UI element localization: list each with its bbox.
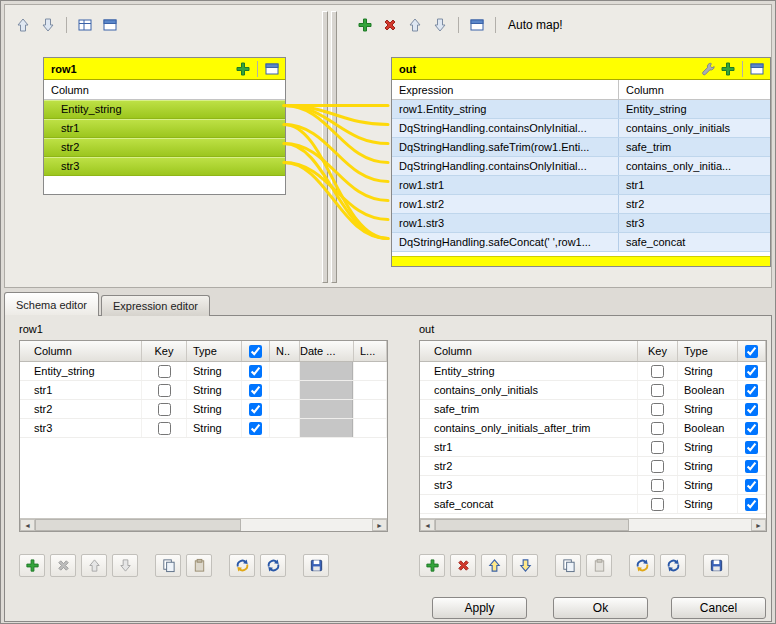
out-hscrollbar[interactable] xyxy=(392,256,770,266)
remove-column-button[interactable] xyxy=(450,554,476,577)
remove-column-button[interactable] xyxy=(50,554,76,577)
header-nullable-checkbox[interactable] xyxy=(738,341,766,361)
nullable-checkbox[interactable] xyxy=(249,422,262,435)
right-schema-hscrollbar[interactable]: ◄ ► xyxy=(420,518,766,531)
nullable-cell[interactable] xyxy=(738,495,766,513)
settings-wrench-icon[interactable] xyxy=(699,60,717,78)
header-length[interactable]: L... xyxy=(354,341,387,361)
out-row[interactable]: row1.str2 str2 xyxy=(392,195,770,214)
nullable-checkbox[interactable] xyxy=(745,384,758,397)
add-column-button[interactable] xyxy=(19,554,45,577)
select-all-checkbox[interactable] xyxy=(745,345,758,358)
header-nullable-abbrev[interactable]: N.. xyxy=(270,341,300,361)
out-title-bar[interactable]: out xyxy=(392,58,770,80)
header-key[interactable]: Key xyxy=(638,341,678,361)
row1-column-str2[interactable]: str2 xyxy=(44,138,285,157)
schema-row[interactable]: str3 String xyxy=(20,419,387,438)
nullable-cell[interactable] xyxy=(242,381,270,399)
schema-row[interactable]: str2 String xyxy=(20,400,387,419)
expression-cell[interactable]: row1.str2 xyxy=(392,195,619,213)
key-cell[interactable] xyxy=(638,495,678,513)
nullable-checkbox[interactable] xyxy=(249,403,262,416)
column-name-cell[interactable]: safe_trim xyxy=(420,400,638,418)
key-checkbox[interactable] xyxy=(158,403,171,416)
schema-row[interactable]: str2 String xyxy=(420,457,766,476)
scroll-right-arrow[interactable]: ► xyxy=(372,519,387,531)
ok-button[interactable]: Ok xyxy=(553,597,648,619)
key-checkbox[interactable] xyxy=(651,365,664,378)
type-cell[interactable]: String xyxy=(678,438,738,456)
type-cell[interactable]: String xyxy=(187,362,242,380)
column-cell[interactable]: contains_only_initia... xyxy=(619,157,770,175)
type-cell[interactable]: String xyxy=(678,495,738,513)
schema-row[interactable]: str3 String xyxy=(420,476,766,495)
type-cell[interactable]: String xyxy=(187,419,242,437)
nullable-cell[interactable] xyxy=(242,400,270,418)
save-schema-button[interactable] xyxy=(703,554,729,577)
column-name-cell[interactable]: str3 xyxy=(420,476,638,494)
key-checkbox[interactable] xyxy=(158,365,171,378)
key-checkbox[interactable] xyxy=(158,422,171,435)
move-down-icon[interactable] xyxy=(38,15,58,35)
header-type[interactable]: Type xyxy=(678,341,738,361)
column-name-cell[interactable]: Entity_string xyxy=(20,362,142,380)
move-up-button[interactable] xyxy=(481,554,507,577)
row1-column-entity-string[interactable]: Entity_string xyxy=(44,100,285,119)
column-name-cell[interactable]: contains_only_initials xyxy=(420,381,638,399)
key-checkbox[interactable] xyxy=(651,479,664,492)
nullable-cell[interactable] xyxy=(738,362,766,380)
key-cell[interactable] xyxy=(142,362,187,380)
schema-row[interactable]: safe_trim String xyxy=(420,400,766,419)
key-checkbox[interactable] xyxy=(651,384,664,397)
key-cell[interactable] xyxy=(638,476,678,494)
column-name-cell[interactable]: contains_only_initials_after_trim xyxy=(420,419,638,437)
column-cell[interactable]: str1 xyxy=(619,176,770,194)
nullable-cell[interactable] xyxy=(738,400,766,418)
nullable-cell[interactable] xyxy=(242,419,270,437)
expression-cell[interactable]: DqStringHandling.containsOnlyInitial... xyxy=(392,119,619,137)
column-cell[interactable]: Entity_string xyxy=(619,100,770,118)
add-column-icon[interactable] xyxy=(719,60,737,78)
schema-row[interactable]: contains_only_initials Boolean xyxy=(420,381,766,400)
copy-button[interactable] xyxy=(555,554,581,577)
out-row[interactable]: row1.str3 str3 xyxy=(392,214,770,233)
nullable-checkbox[interactable] xyxy=(745,422,758,435)
pane-divider[interactable] xyxy=(321,11,339,283)
move-down-button[interactable] xyxy=(112,554,138,577)
remove-output-icon[interactable] xyxy=(380,15,400,35)
nullable-cell[interactable] xyxy=(738,457,766,475)
scroll-left-arrow[interactable]: ◄ xyxy=(20,519,35,531)
add-column-icon[interactable] xyxy=(234,60,252,78)
copy-button[interactable] xyxy=(155,554,181,577)
key-cell[interactable] xyxy=(638,381,678,399)
schema-row[interactable]: Entity_string String xyxy=(420,362,766,381)
expression-cell[interactable]: DqStringHandling.containsOnlyInitial... xyxy=(392,157,619,175)
expression-cell[interactable]: row1.Entity_string xyxy=(392,100,619,118)
scrollbar-track[interactable] xyxy=(241,519,372,531)
column-name-cell[interactable]: str2 xyxy=(20,400,142,418)
key-checkbox[interactable] xyxy=(651,498,664,511)
table-view-icon[interactable] xyxy=(75,15,95,35)
expression-cell[interactable]: row1.str1 xyxy=(392,176,619,194)
minimize-table-icon[interactable] xyxy=(263,60,281,78)
key-cell[interactable] xyxy=(638,438,678,456)
expression-cell[interactable]: DqStringHandling.safeTrim(row1.Enti... xyxy=(392,138,619,156)
nullable-cell[interactable] xyxy=(738,381,766,399)
type-cell[interactable]: String xyxy=(678,400,738,418)
scroll-right-arrow[interactable]: ► xyxy=(751,519,766,531)
sync-columns-button[interactable] xyxy=(629,554,655,577)
nullable-checkbox[interactable] xyxy=(249,384,262,397)
schema-row[interactable]: str1 String xyxy=(420,438,766,457)
header-nullable-checkbox[interactable] xyxy=(242,341,270,361)
nullable-checkbox[interactable] xyxy=(745,498,758,511)
out-row[interactable]: DqStringHandling.safeTrim(row1.Enti... s… xyxy=(392,138,770,157)
column-name-cell[interactable]: str2 xyxy=(420,457,638,475)
nullable-checkbox[interactable] xyxy=(745,460,758,473)
column-name-cell[interactable]: str1 xyxy=(20,381,142,399)
scrollbar-thumb[interactable] xyxy=(435,519,629,531)
type-cell[interactable]: String xyxy=(187,381,242,399)
paste-button[interactable] xyxy=(186,554,212,577)
auto-map-button[interactable]: Auto map! xyxy=(504,16,567,34)
out-row[interactable]: DqStringHandling.safeConcat(' ',row1... … xyxy=(392,233,770,252)
key-cell[interactable] xyxy=(142,419,187,437)
